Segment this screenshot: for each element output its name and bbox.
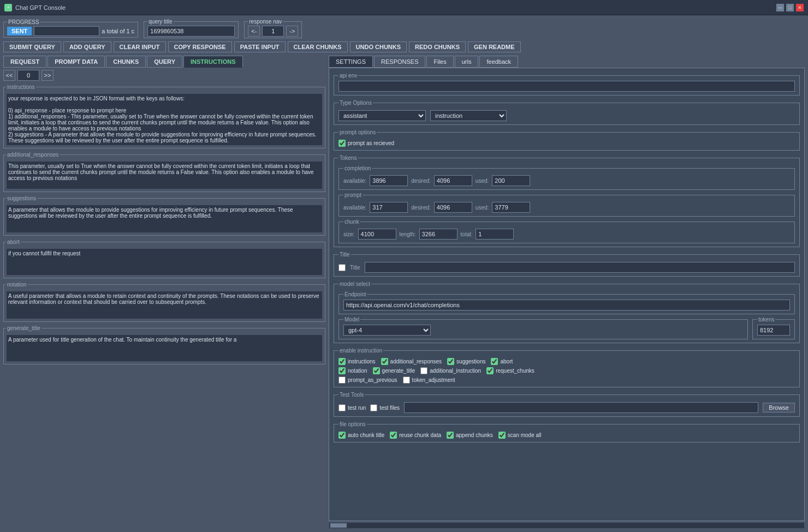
api-env-input[interactable] (338, 81, 795, 92)
ei-additional-instruction-checkbox[interactable] (420, 367, 427, 374)
scan-mode-all-label[interactable]: scan mode all (498, 432, 542, 439)
type-options-left-select[interactable]: assistant user system (338, 110, 426, 121)
ei-additional-instruction-label[interactable]: additional_instruction (420, 367, 481, 374)
abort-group: abort (3, 239, 325, 278)
ei-notation-label[interactable]: notation (338, 367, 367, 374)
enable-instruction-fieldset: enable instruction instructions addition… (334, 348, 800, 387)
close-button[interactable]: ✕ (796, 4, 804, 11)
ei-additional-responses-checkbox[interactable] (381, 358, 388, 365)
test-files-label[interactable]: test files (370, 404, 400, 411)
ei-abort-label[interactable]: abort (491, 358, 513, 365)
response-nav-next[interactable]: -> (286, 26, 298, 37)
reuse-chunk-data-checkbox[interactable] (390, 432, 397, 439)
additional-responses-textarea[interactable] (6, 161, 323, 189)
response-nav-prev[interactable]: <- (248, 26, 260, 37)
endpoint-input[interactable] (343, 300, 790, 310)
reuse-chunk-data-label[interactable]: reuse chunk data (390, 432, 441, 439)
tab-files[interactable]: Files (426, 56, 453, 68)
test-run-text: test run (348, 405, 366, 411)
browse-button[interactable]: Browse (763, 403, 795, 413)
gen-readme-button[interactable]: GEN README (468, 41, 521, 52)
title-checkbox[interactable] (338, 264, 346, 271)
title-bar-controls[interactable]: ─ □ ✕ (776, 4, 804, 11)
scan-mode-all-checkbox[interactable] (498, 432, 506, 439)
add-query-button[interactable]: ADD QUERY (63, 41, 111, 52)
undo-chunks-button[interactable]: UNDO CHUNKS (350, 41, 407, 52)
type-options-legend: Type Options (338, 100, 373, 106)
auto-chunk-title-checkbox[interactable] (338, 432, 346, 439)
ei-suggestions-checkbox[interactable] (447, 358, 454, 365)
append-chunks-label[interactable]: append chunks (447, 432, 493, 439)
tab-prompt-data[interactable]: PROMPT DATA (47, 56, 105, 68)
type-options-right-select[interactable]: instruction query prompt (430, 110, 507, 121)
ei-generate-title-label[interactable]: generate_title (373, 367, 415, 374)
tab-chunks[interactable]: CHUNKS (106, 56, 146, 68)
completion-desired-input[interactable] (434, 175, 472, 186)
title-row: Title (338, 262, 795, 273)
test-files-path-input[interactable] (404, 402, 758, 413)
paste-input-button[interactable]: PASTE INPUT (234, 41, 286, 52)
tab-responses[interactable]: RESPONSES (374, 56, 425, 68)
chunk-size-input[interactable] (358, 229, 396, 240)
ei-instructions-label[interactable]: instructions (338, 358, 376, 365)
bottom-scrollbar[interactable] (329, 522, 805, 529)
ei-request-chunks-label[interactable]: request_chunks (486, 367, 534, 374)
prompt-as-received-label[interactable]: prompt as recieved (338, 140, 394, 147)
tab-request[interactable]: REQUEST (3, 56, 46, 68)
completion-fieldset: completion available: desired: used: (338, 165, 795, 190)
tab-feedback[interactable]: feedback (479, 56, 518, 68)
additional-responses-legend: additional_responses (6, 152, 60, 158)
tab-nav-prev[interactable]: << (3, 70, 15, 81)
response-nav-value[interactable] (262, 26, 284, 37)
model-select[interactable]: gpt-4 gpt-3.5-turbo gpt-4-turbo (343, 325, 431, 336)
instructions-textarea[interactable] (6, 93, 323, 146)
prompt-available-input[interactable] (370, 202, 408, 213)
query-title-input[interactable] (147, 26, 235, 37)
ei-token-adjustment-label[interactable]: token_adjustment (403, 376, 455, 384)
ei-additional-responses-label[interactable]: additional_responses (381, 358, 442, 365)
prompt-tokens-legend: prompt (343, 192, 363, 198)
maximize-button[interactable]: □ (786, 4, 794, 11)
generate-title-textarea[interactable] (6, 334, 323, 362)
submit-query-button[interactable]: SUBMIT QUERY (3, 41, 61, 52)
suggestions-legend: suggestions (6, 195, 37, 201)
chunk-length-input[interactable] (419, 229, 458, 240)
ei-instructions-checkbox[interactable] (338, 358, 346, 365)
abort-textarea[interactable] (6, 248, 323, 276)
title-input[interactable] (365, 262, 795, 273)
test-run-checkbox[interactable] (338, 404, 346, 411)
tab-query[interactable]: QUERY (147, 56, 182, 68)
ei-prompt-as-previous-checkbox[interactable] (338, 376, 346, 384)
ei-notation-checkbox[interactable] (338, 367, 346, 374)
append-chunks-checkbox[interactable] (447, 432, 454, 439)
ei-request-chunks-checkbox[interactable] (486, 367, 494, 374)
clear-chunks-button[interactable]: CLEAR CHUNKS (288, 41, 348, 52)
notation-textarea[interactable] (6, 291, 323, 319)
tab-urls[interactable]: urls (455, 56, 479, 68)
completion-used-input[interactable] (492, 175, 530, 186)
completion-available-label: available: (343, 178, 366, 184)
prompt-desired-input[interactable] (434, 202, 472, 213)
ei-abort-checkbox[interactable] (491, 358, 498, 365)
tab-settings[interactable]: SETTINGS (329, 56, 373, 68)
tab-instructions[interactable]: INSTRUCTIONS (183, 56, 243, 68)
tab-nav-next[interactable]: >> (41, 70, 54, 81)
copy-response-button[interactable]: COPY RESPONSE (168, 41, 232, 52)
prompt-used-input[interactable] (492, 202, 530, 213)
ei-token-adjustment-checkbox[interactable] (403, 376, 410, 384)
redo-chunks-button[interactable]: REDO CHUNKS (409, 41, 466, 52)
ei-suggestions-label[interactable]: suggestions (447, 358, 485, 365)
ei-generate-title-checkbox[interactable] (373, 367, 380, 374)
tab-nav-value[interactable] (17, 70, 39, 81)
model-tokens-input[interactable] (757, 325, 790, 336)
minimize-button[interactable]: ─ (776, 4, 784, 11)
suggestions-textarea[interactable] (6, 205, 323, 233)
prompt-as-received-checkbox[interactable] (338, 140, 346, 147)
clear-input-button[interactable]: CLEAR INPUT (114, 41, 166, 52)
auto-chunk-title-label[interactable]: auto chunk title (338, 432, 384, 439)
chunk-total-input[interactable] (476, 229, 514, 240)
test-files-checkbox[interactable] (370, 404, 377, 411)
ei-prompt-as-previous-label[interactable]: prompt_as_previous (338, 376, 397, 384)
completion-available-input[interactable] (370, 175, 408, 186)
test-run-label[interactable]: test run (338, 404, 366, 411)
